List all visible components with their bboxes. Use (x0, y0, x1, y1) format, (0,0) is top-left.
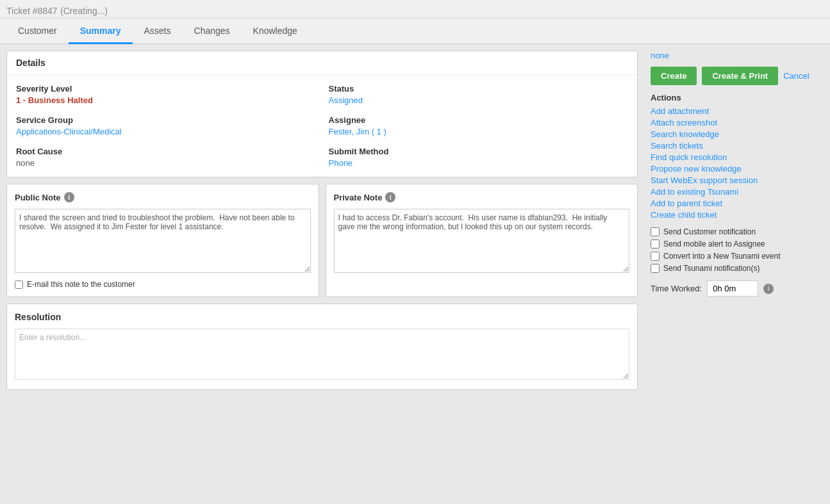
public-note-info-icon[interactable]: i (64, 192, 74, 202)
severity-level-field: Severity Level 1 - Business Halted (16, 84, 316, 105)
ticket-title: Ticket #8847 (Creating...) (6, 5, 824, 17)
create-print-button[interactable]: Create & Print (702, 67, 778, 85)
page-header: Ticket #8847 (Creating...) (0, 0, 830, 17)
cb-send-tsunami-row: Send Tsunami notification(s) (651, 264, 824, 273)
public-note-textarea[interactable] (15, 209, 311, 273)
service-group-value[interactable]: Applications-Clinical/Medical (16, 127, 316, 136)
ticket-number: Ticket #8847 (6, 6, 58, 16)
time-worked-input[interactable] (707, 280, 758, 297)
cb-send-customer[interactable] (651, 227, 660, 236)
actions-title: Actions (651, 93, 824, 102)
status-label: Status (329, 84, 629, 93)
tab-bar: Customer Summary Assets Changes Knowledg… (0, 19, 830, 44)
resolution-textarea[interactable] (15, 329, 629, 380)
public-note-email-label: E-mail this note to the customer (27, 280, 135, 289)
service-group-field: Service Group Applications-Clinical/Medi… (16, 115, 316, 136)
cb-send-tsunami[interactable] (651, 264, 660, 273)
status-value[interactable]: Assigned (329, 95, 629, 105)
details-card-header: Details (7, 51, 637, 75)
tab-knowledge[interactable]: Knowledge (242, 19, 309, 44)
root-cause-label: Root Cause (16, 147, 316, 156)
content-area: Details Severity Level 1 - Business Halt… (0, 44, 644, 504)
action-buttons-row: Create Create & Print Cancel (651, 67, 824, 85)
action-create-child-ticket[interactable]: Create child ticket (651, 210, 824, 220)
action-attach-screenshot[interactable]: Attach screenshot (651, 118, 824, 127)
checkboxes-section: Send Customer notification Send mobile a… (651, 227, 824, 273)
submit-method-label: Submit Method (329, 147, 629, 156)
time-worked-info-icon[interactable]: i (763, 284, 774, 294)
cb-convert-tsunami-row: Convert into a New Tsunami event (651, 252, 824, 261)
assignee-field: Assignee Fester, Jim ( 1 ) (329, 115, 629, 136)
assignee-label: Assignee (329, 115, 629, 125)
action-search-tickets[interactable]: Search tickets (651, 141, 824, 150)
tab-customer[interactable]: Customer (6, 19, 69, 44)
submit-method-field: Submit Method Phone (329, 147, 629, 168)
tab-summary[interactable]: Summary (69, 19, 133, 44)
severity-level-label: Severity Level (16, 84, 316, 93)
cb-send-mobile[interactable] (651, 240, 660, 248)
action-start-webex[interactable]: Start WebEx support session (651, 175, 824, 185)
cb-send-customer-label: Send Customer notification (663, 227, 756, 236)
sidebar-none-link[interactable]: none (651, 51, 824, 60)
private-note-card: Private Note i (326, 184, 638, 297)
main-layout: Details Severity Level 1 - Business Halt… (0, 44, 830, 504)
time-worked-row: Time Worked: i (651, 280, 824, 297)
actions-section: Actions Add attachment Attach screenshot… (651, 93, 824, 220)
action-find-quick-resolution[interactable]: Find quick resolution (651, 152, 824, 162)
service-group-label: Service Group (16, 115, 316, 125)
public-note-card: Public Note i E-mail this note to the cu… (6, 184, 319, 297)
cb-convert-tsunami[interactable] (651, 252, 660, 261)
details-grid: Severity Level 1 - Business Halted Statu… (7, 75, 637, 177)
status-field: Status Assigned (329, 84, 629, 105)
root-cause-value: none (16, 158, 316, 168)
public-note-label: Public Note (15, 193, 61, 202)
action-add-attachment[interactable]: Add attachment (651, 106, 824, 116)
public-note-email-checkbox[interactable] (15, 280, 23, 289)
private-note-label: Private Note (334, 193, 383, 202)
action-search-knowledge[interactable]: Search knowledge (651, 129, 824, 139)
cb-send-mobile-row: Send mobile alert to Assignee (651, 240, 824, 248)
action-propose-new-knowledge[interactable]: Propose new knowledge (651, 164, 824, 174)
action-add-to-parent[interactable]: Add to parent ticket (651, 199, 824, 208)
cb-convert-tsunami-label: Convert into a New Tsunami event (663, 252, 781, 261)
details-card: Details Severity Level 1 - Business Halt… (6, 51, 638, 177)
cb-send-customer-row: Send Customer notification (651, 227, 824, 236)
create-button[interactable]: Create (651, 67, 697, 85)
private-note-info-icon[interactable]: i (385, 192, 395, 202)
submit-method-value[interactable]: Phone (329, 158, 629, 168)
private-note-textarea[interactable] (334, 209, 630, 273)
public-note-title: Public Note i (15, 192, 311, 202)
private-note-title: Private Note i (334, 192, 630, 202)
public-note-email-row: E-mail this note to the customer (15, 280, 311, 289)
severity-level-value: 1 - Business Halted (16, 95, 316, 105)
time-worked-label: Time Worked: (651, 284, 702, 293)
assignee-value[interactable]: Fester, Jim ( 1 ) (329, 127, 629, 136)
ticket-creating-status: (Creating...) (60, 6, 108, 16)
cb-send-tsunami-label: Send Tsunami notification(s) (663, 264, 760, 273)
cb-send-mobile-label: Send mobile alert to Assignee (663, 240, 765, 248)
tab-assets[interactable]: Assets (133, 19, 183, 44)
tab-changes[interactable]: Changes (183, 19, 242, 44)
resolution-title: Resolution (15, 312, 629, 322)
sidebar: none Create Create & Print Cancel Action… (644, 44, 830, 504)
action-add-to-tsunami[interactable]: Add to existing Tsunami (651, 187, 824, 197)
cancel-link[interactable]: Cancel (783, 71, 809, 81)
root-cause-field: Root Cause none (16, 147, 316, 168)
resolution-card: Resolution (6, 304, 638, 390)
notes-row: Public Note i E-mail this note to the cu… (6, 184, 638, 297)
